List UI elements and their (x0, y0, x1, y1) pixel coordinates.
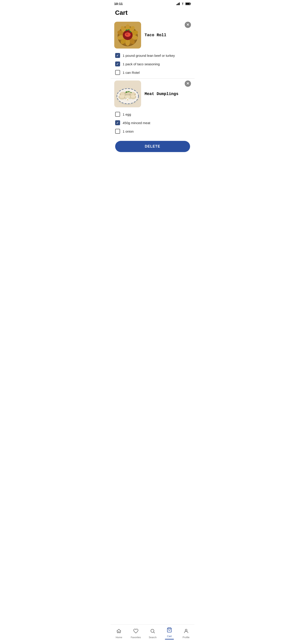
svg-point-49 (127, 99, 128, 100)
delete-button[interactable]: DELETE (115, 141, 190, 152)
section-divider (111, 78, 194, 79)
recipe-card-meat-dumplings: Meat Dumplings ✕ 1 egg 450g minced meat … (111, 80, 194, 136)
taco-roll-name: Taco Roll (145, 33, 166, 37)
svg-rect-6 (186, 3, 190, 4)
ingredient-item: 1 pack of taco seasoning (115, 60, 190, 68)
ingredient-item: 1 onion (115, 127, 190, 136)
ingredient-checkbox[interactable] (115, 129, 120, 134)
ingredient-item: 1 can Rotel (115, 68, 190, 77)
wifi-icon (181, 2, 184, 5)
ingredient-text: 450g minced meat (123, 121, 150, 125)
status-time: 10:11 (114, 2, 123, 6)
svg-rect-2 (178, 3, 179, 5)
ingredient-text: 1 pack of taco seasoning (123, 62, 160, 66)
svg-rect-5 (190, 3, 191, 4)
svg-rect-0 (176, 4, 177, 5)
page-title: Cart (111, 6, 194, 20)
svg-point-25 (126, 33, 128, 35)
ingredient-text: 1 pound ground lean beef or turkey (123, 54, 175, 58)
ingredient-checkbox[interactable] (115, 70, 120, 75)
status-icons (176, 2, 191, 5)
remove-dumplings-button[interactable]: ✕ (185, 80, 191, 87)
ingredient-checkbox[interactable] (115, 112, 120, 117)
dumplings-ingredients: 1 egg 450g minced meat 1 onion (114, 110, 191, 136)
ingredient-item: 1 egg (115, 110, 190, 118)
svg-point-47 (126, 98, 127, 100)
recipe-header-taco: Taco Roll ✕ (114, 22, 191, 48)
svg-point-46 (127, 98, 128, 99)
recipe-header-dumplings: Meat Dumplings ✕ (114, 80, 191, 107)
ingredient-item: 1 pound ground lean beef or turkey (115, 51, 190, 60)
status-bar: 10:11 (111, 0, 194, 6)
svg-rect-1 (177, 4, 178, 5)
svg-point-48 (128, 98, 130, 100)
signal-icon (176, 2, 180, 5)
ingredient-text: 1 can Rotel (123, 71, 140, 74)
ingredient-checkbox[interactable] (115, 120, 120, 125)
svg-rect-3 (179, 2, 180, 5)
ingredient-text: 1 egg (123, 112, 131, 116)
meat-dumplings-name: Meat Dumplings (145, 92, 178, 96)
remove-taco-roll-button[interactable]: ✕ (185, 22, 191, 28)
svg-point-41 (130, 95, 136, 98)
ingredient-text: 1 onion (123, 130, 134, 133)
meat-dumplings-image (114, 80, 141, 107)
battery-icon (185, 2, 191, 5)
ingredient-checkbox[interactable] (115, 53, 120, 58)
taco-roll-ingredients: 1 pound ground lean beef or turkey 1 pac… (114, 51, 191, 77)
content-area: Cart (111, 6, 194, 180)
ingredient-checkbox[interactable] (115, 62, 120, 66)
ingredient-item: 450g minced meat (115, 118, 190, 127)
taco-roll-image (114, 22, 141, 48)
recipe-card-taco-roll: Taco Roll ✕ 1 pound ground lean beef or … (111, 22, 194, 77)
